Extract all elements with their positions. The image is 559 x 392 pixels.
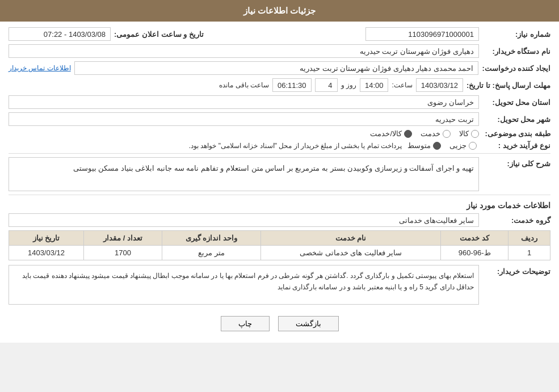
category-radio-group: کالا خدمت کالا/خدمت <box>370 129 479 138</box>
buyer-notes-label: توضیحات خریدار: <box>482 265 550 276</box>
deadline-time-value: 14:00 <box>360 78 389 92</box>
purchase-type-label: نوع فرآیند خرید : <box>482 141 550 150</box>
col-header-row: ردیف <box>508 231 550 246</box>
buyer-notes-section: توضیحات خریدار: استعلام بهای پیوستی تکمی… <box>9 265 550 305</box>
creator-contact-link[interactable]: اطلاعات تماس خریدار <box>9 64 71 72</box>
deadline-days-label: روز و <box>341 81 356 89</box>
deadline-row: مهلت ارسال پاسخ: تا تاریخ: 1403/03/12 سا… <box>9 78 550 92</box>
category-option-kala: کالا <box>459 129 479 138</box>
col-header-code: کد خدمت <box>441 231 508 246</box>
purchase-radio-motosat <box>433 142 441 150</box>
deadline-time-label: ساعت: <box>392 81 412 89</box>
cell-code-0: ط-96-960 <box>441 246 508 260</box>
service-group-row: گروه خدمت: سایر فعالیت‌های خدماتی <box>9 213 550 227</box>
services-section-title: اطلاعات خدمات مورد نیاز <box>9 201 550 210</box>
province-value: خراسان رضوی <box>9 95 479 109</box>
cell-name-0: سایر فعالیت های خدماتی شخصی <box>260 246 440 260</box>
need-number-value: 1103096971000001 <box>365 27 479 41</box>
table-row: 1 ط-96-960 سایر فعالیت های خدماتی شخصی م… <box>9 246 550 260</box>
category-radio-kala-khedmat <box>404 130 412 138</box>
announce-date-value: 1403/03/08 - 07:22 <box>9 27 111 41</box>
description-value: تهیه و اجرای آسفالت و زیرسازی وکوبیدن بس… <box>9 157 479 191</box>
requester-org-value: دهیاری فوژان شهرستان تربت حیدریه <box>9 44 479 58</box>
requester-org-label: نام دستگاه خریدار: <box>482 47 550 56</box>
category-label: طبقه بندی موضوعی: <box>482 129 550 138</box>
cell-unit-0: متر مربع <box>162 246 260 260</box>
buyer-notes-value: استعلام بهای پیوستی تکمیل و بارگذاری گرد… <box>9 265 479 305</box>
cell-date-0: 1403/03/12 <box>9 246 84 260</box>
divider-1 <box>9 153 550 154</box>
deadline-label: مهلت ارسال پاسخ: تا تاریخ: <box>466 81 550 90</box>
cell-row-0: 1 <box>508 246 550 260</box>
purchase-note: پرداخت تمام یا بخشی از مبلغ خریدار از مح… <box>189 142 402 150</box>
print-button[interactable]: چاپ <box>221 316 270 331</box>
need-number-label: شماره نیاز: <box>482 30 550 39</box>
button-row: بازگشت چاپ <box>9 310 550 337</box>
col-header-name: نام خدمت <box>260 231 440 246</box>
description-row: شرح کلی نیاز: تهیه و اجرای آسفالت و زیرس… <box>9 157 550 191</box>
province-row: استان محل تحویل: خراسان رضوی <box>9 95 550 109</box>
creator-label: ایجاد کننده درخواست: <box>482 64 550 73</box>
need-number-row: شماره نیاز: 1103096971000001 تاریخ و ساع… <box>9 27 550 41</box>
deadline-days-value: 4 <box>315 78 338 92</box>
service-group-label: گروه خدمت: <box>482 216 550 225</box>
col-header-date: تاریخ نیاز <box>9 231 84 246</box>
purchase-radio-jozii <box>469 142 477 150</box>
announce-date-label: تاریخ و ساعت اعلان عمومی: <box>114 30 204 39</box>
category-option-khedmat: خدمت <box>421 129 451 138</box>
category-option-kala-khedmat: کالا/خدمت <box>370 129 412 138</box>
category-radio-khedmat <box>443 130 451 138</box>
page-header: جزئیات اطلاعات نیاز <box>0 0 559 22</box>
category-row: طبقه بندی موضوعی: کالا خدمت کالا/خدمت <box>9 129 550 138</box>
description-label: شرح کلی نیاز: <box>482 157 550 168</box>
creator-value: احمد محمدی دهیار دهیاری فوژان شهرستان تر… <box>74 61 479 75</box>
city-row: شهر محل تحویل: تربت حیدریه <box>9 112 550 126</box>
purchase-type-radio-group: جزیی متوسط <box>407 141 477 150</box>
cell-quantity-0: 1700 <box>83 246 162 260</box>
category-radio-kala <box>471 130 479 138</box>
divider-2 <box>9 195 550 195</box>
deadline-remaining-value: 06:11:30 <box>272 78 312 92</box>
creator-row: ایجاد کننده درخواست: احمد محمدی دهیار ده… <box>9 61 550 75</box>
col-header-quantity: تعداد / مقدار <box>83 231 162 246</box>
city-value: تربت حیدریه <box>9 112 479 126</box>
province-label: استان محل تحویل: <box>482 98 550 107</box>
purchase-option-jozii: جزیی <box>449 141 477 150</box>
services-table: ردیف کد خدمت نام خدمت واحد اندازه گیری ت… <box>9 230 550 260</box>
back-button[interactable]: بازگشت <box>278 316 339 331</box>
col-header-unit: واحد اندازه گیری <box>162 231 260 246</box>
deadline-date-value: 1403/03/12 <box>416 78 463 92</box>
purchase-option-motosat: متوسط <box>407 141 441 150</box>
service-group-value: سایر فعالیت‌های خدماتی <box>9 213 479 227</box>
city-label: شهر محل تحویل: <box>482 115 550 124</box>
requester-org-row: نام دستگاه خریدار: دهیاری فوژان شهرستان … <box>9 44 550 58</box>
page-title: جزئیات اطلاعات نیاز <box>243 6 316 15</box>
deadline-remaining-label: ساعت باقی مانده <box>219 81 269 89</box>
purchase-type-row: نوع فرآیند خرید : جزیی متوسط پرداخت تمام… <box>9 141 550 150</box>
